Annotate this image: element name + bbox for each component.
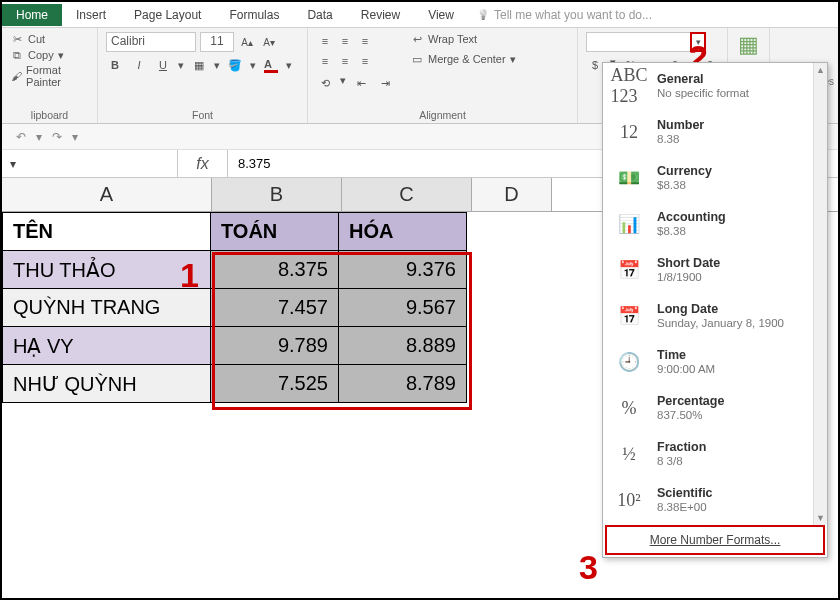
format-type-icon: 12: [611, 115, 647, 149]
format-sample: No specific format: [657, 87, 749, 99]
header-name[interactable]: TÊN: [3, 213, 211, 251]
format-painter-button[interactable]: 🖌Format Painter: [10, 64, 89, 88]
header-row[interactable]: TÊN TOÁN HÓA: [3, 213, 467, 251]
cut-button[interactable]: ✂Cut: [10, 32, 89, 46]
align-left-button[interactable]: ≡: [316, 52, 334, 70]
cell-value[interactable]: 9.789: [211, 327, 339, 365]
annotation-3: 3: [579, 548, 598, 587]
cell-value[interactable]: 7.457: [211, 289, 339, 327]
format-painter-label: Format Painter: [26, 64, 89, 88]
format-sample: 9:00:00 AM: [657, 363, 715, 375]
tab-insert[interactable]: Insert: [62, 4, 120, 26]
number-format-select[interactable]: ▾: [586, 32, 706, 52]
format-label: Short Date: [657, 256, 720, 270]
number-format-option[interactable]: 10²Scientific8.38E+00: [603, 477, 827, 523]
format-type-icon: ABC 123: [611, 69, 647, 103]
number-format-option[interactable]: 12Number8.38: [603, 109, 827, 155]
tab-review[interactable]: Review: [347, 4, 414, 26]
bold-button[interactable]: B: [106, 56, 124, 74]
name-box[interactable]: ▾: [2, 150, 178, 177]
copy-button[interactable]: ⧉Copy ▾: [10, 48, 89, 62]
number-format-option[interactable]: 📅Long DateSunday, January 8, 1900: [603, 293, 827, 339]
fill-color-button[interactable]: 🪣: [226, 56, 244, 74]
format-label: Number: [657, 118, 704, 132]
undo-button[interactable]: ↶: [12, 128, 30, 146]
cell-value[interactable]: 8.375: [211, 251, 339, 289]
fx-button[interactable]: fx: [178, 150, 228, 177]
tab-view[interactable]: View: [414, 4, 468, 26]
format-label: Long Date: [657, 302, 784, 316]
font-name-select[interactable]: Calibri: [106, 32, 196, 52]
font-size-select[interactable]: 11: [200, 32, 234, 52]
number-format-option[interactable]: ½Fraction8 3/8: [603, 431, 827, 477]
format-as-table-icon[interactable]: ▦: [738, 32, 759, 58]
tab-page-layout[interactable]: Page Layout: [120, 4, 215, 26]
cell-value[interactable]: 8.789: [339, 365, 467, 403]
format-label: Scientific: [657, 486, 713, 500]
data-table[interactable]: TÊN TOÁN HÓA THU THẢO 8.375 9.376 QUỲNH …: [2, 212, 467, 403]
merge-label: Merge & Center: [428, 53, 506, 65]
format-sample: Sunday, January 8, 1900: [657, 317, 784, 329]
table-row[interactable]: QUỲNH TRANG 7.457 9.567: [3, 289, 467, 327]
table-row[interactable]: THU THẢO 8.375 9.376: [3, 251, 467, 289]
group-alignment: ≡ ≡ ≡ ≡ ≡ ≡ ⟲▾ ⇤ ⇥ ↩Wrap Text ▭Merge & C…: [308, 28, 578, 123]
col-header-B[interactable]: B: [212, 178, 342, 211]
number-format-option[interactable]: 🕘Time9:00:00 AM: [603, 339, 827, 385]
increase-font-button[interactable]: A▴: [238, 33, 256, 51]
cell-value[interactable]: 7.525: [211, 365, 339, 403]
number-format-option[interactable]: 💵Currency$8.38: [603, 155, 827, 201]
align-center-button[interactable]: ≡: [336, 52, 354, 70]
col-header-A[interactable]: A: [2, 178, 212, 211]
cell-name[interactable]: NHƯ QUỲNH: [3, 365, 211, 403]
borders-button[interactable]: ▦: [190, 56, 208, 74]
format-label: Fraction: [657, 440, 706, 454]
paintbrush-icon: 🖌: [10, 69, 22, 83]
font-group-title: Font: [106, 107, 299, 121]
col-header-D[interactable]: D: [472, 178, 552, 211]
tab-formulas[interactable]: Formulas: [215, 4, 293, 26]
align-middle-button[interactable]: ≡: [336, 32, 354, 50]
tab-data[interactable]: Data: [293, 4, 346, 26]
header-col2[interactable]: HÓA: [339, 213, 467, 251]
number-format-option[interactable]: 📊Accounting$8.38: [603, 201, 827, 247]
decrease-font-button[interactable]: A▾: [260, 33, 278, 51]
annotation-1: 1: [180, 256, 199, 295]
cell-name[interactable]: HẠ VY: [3, 327, 211, 365]
format-label: Accounting: [657, 210, 726, 224]
underline-button[interactable]: U: [154, 56, 172, 74]
align-bottom-button[interactable]: ≡: [356, 32, 374, 50]
number-format-option[interactable]: 📅Short Date1/8/1900: [603, 247, 827, 293]
table-row[interactable]: NHƯ QUỲNH 7.525 8.789: [3, 365, 467, 403]
header-col1[interactable]: TOÁN: [211, 213, 339, 251]
table-row[interactable]: HẠ VY 9.789 8.889: [3, 327, 467, 365]
italic-button[interactable]: I: [130, 56, 148, 74]
more-number-formats-button[interactable]: More Number Formats...: [605, 525, 825, 555]
number-format-option[interactable]: ABC 123GeneralNo specific format: [603, 63, 827, 109]
align-right-button[interactable]: ≡: [356, 52, 374, 70]
redo-button[interactable]: ↷: [48, 128, 66, 146]
format-sample: 1/8/1900: [657, 271, 702, 283]
lightbulb-icon: [476, 8, 490, 22]
dropdown-scrollbar[interactable]: [813, 63, 827, 525]
format-type-icon: 10²: [611, 483, 647, 517]
cell-value[interactable]: 9.376: [339, 251, 467, 289]
format-type-icon: %: [611, 391, 647, 425]
tab-home[interactable]: Home: [2, 4, 62, 26]
col-header-C[interactable]: C: [342, 178, 472, 211]
increase-indent-button[interactable]: ⇥: [376, 74, 394, 92]
decrease-indent-button[interactable]: ⇤: [352, 74, 370, 92]
format-label: Time: [657, 348, 715, 362]
tell-me-label: Tell me what you want to do...: [494, 8, 652, 22]
tell-me-search[interactable]: Tell me what you want to do...: [476, 8, 652, 22]
align-top-button[interactable]: ≡: [316, 32, 334, 50]
number-format-option[interactable]: %Percentage837.50%: [603, 385, 827, 431]
format-type-icon: 📅: [611, 299, 647, 333]
copy-label: Copy: [28, 49, 54, 61]
merge-center-button[interactable]: ▭Merge & Center ▾: [410, 52, 516, 66]
font-color-button[interactable]: A: [262, 56, 280, 74]
wrap-text-button[interactable]: ↩Wrap Text: [410, 32, 516, 46]
orientation-button[interactable]: ⟲: [316, 74, 334, 92]
cell-value[interactable]: 9.567: [339, 289, 467, 327]
format-sample: 8 3/8: [657, 455, 683, 467]
cell-value[interactable]: 8.889: [339, 327, 467, 365]
